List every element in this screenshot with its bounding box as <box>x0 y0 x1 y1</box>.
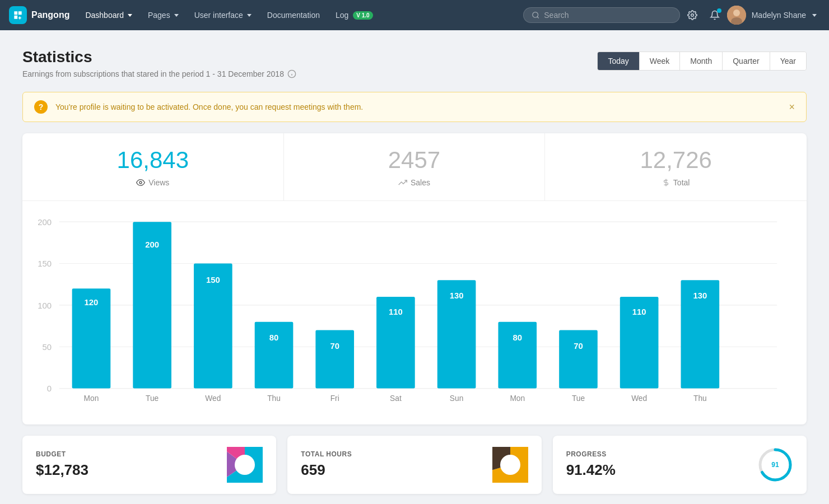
hours-pie-chart <box>492 447 528 483</box>
stats-card: 16,843 Views 2457 Sales 12,726 Total <box>22 133 807 424</box>
svg-point-46 <box>235 455 255 475</box>
svg-point-49 <box>500 455 520 475</box>
avatar-image <box>727 6 746 25</box>
eye-icon <box>136 178 145 187</box>
progress-card: PROGRESS 91.42% 91 <box>553 436 807 494</box>
total-hours-value: 659 <box>301 461 352 479</box>
dollar-icon <box>662 179 670 186</box>
search-icon <box>532 11 540 20</box>
svg-text:Mon: Mon <box>510 394 525 403</box>
svg-text:130: 130 <box>450 291 464 300</box>
nav-pages[interactable]: Pages <box>141 7 185 23</box>
svg-line-1 <box>537 17 539 18</box>
search-bar[interactable] <box>523 7 680 23</box>
budget-label: BUDGET <box>36 450 89 458</box>
user-name: Madelyn Shane <box>752 11 806 20</box>
svg-text:200: 200 <box>38 218 52 227</box>
notification-dot <box>717 8 721 13</box>
navbar: Pangong Dashboard Pages User interface D… <box>0 0 829 30</box>
nav-dashboard[interactable]: Dashboard <box>78 7 139 23</box>
period-tabs: Today Week Month Quarter Year <box>597 52 807 71</box>
gear-icon <box>687 10 697 20</box>
nav-log[interactable]: Log V 1.0 <box>329 7 380 23</box>
logo-icon <box>9 6 27 24</box>
svg-text:150: 150 <box>206 276 220 284</box>
budget-value: $12,783 <box>36 461 89 479</box>
chevron-down-icon <box>812 14 817 17</box>
svg-text:80: 80 <box>269 333 279 342</box>
svg-point-4 <box>733 10 740 16</box>
views-value: 16,843 <box>36 147 270 174</box>
tab-year[interactable]: Year <box>770 52 806 70</box>
info-icon <box>287 69 296 78</box>
progress-ring-number: 91 <box>771 461 779 469</box>
alert-icon: ? <box>34 100 48 114</box>
page-header-left: Statistics Earnings from subscriptions t… <box>22 48 296 78</box>
chevron-down-icon <box>174 14 179 17</box>
svg-text:Sat: Sat <box>390 394 402 403</box>
svg-text:70: 70 <box>574 342 583 351</box>
svg-text:70: 70 <box>330 342 339 351</box>
bar-thu-1 <box>255 322 294 389</box>
svg-text:130: 130 <box>693 291 707 300</box>
bar-tue-2 <box>559 330 598 389</box>
svg-text:80: 80 <box>513 333 523 342</box>
tab-month[interactable]: Month <box>680 52 723 70</box>
svg-text:Tue: Tue <box>146 394 159 403</box>
svg-text:Tue: Tue <box>572 394 585 403</box>
chevron-down-icon <box>128 14 132 17</box>
nav-documentation[interactable]: Documentation <box>260 7 327 23</box>
bottom-cards: BUDGET $12,783 TOTAL HOURS 659 <box>22 436 807 494</box>
tab-quarter[interactable]: Quarter <box>723 52 770 70</box>
total-stat: 12,726 Total <box>545 133 807 200</box>
svg-text:0: 0 <box>47 384 52 393</box>
progress-label: PROGRESS <box>566 450 616 458</box>
svg-text:Thu: Thu <box>267 394 281 403</box>
tab-week[interactable]: Week <box>640 52 681 70</box>
views-label: Views <box>36 178 270 187</box>
trending-up-icon <box>398 178 407 187</box>
svg-text:Wed: Wed <box>631 394 647 403</box>
sales-stat: 2457 Sales <box>284 133 546 200</box>
tab-today[interactable]: Today <box>598 52 639 70</box>
svg-text:110: 110 <box>389 307 403 316</box>
svg-text:100: 100 <box>38 301 52 310</box>
nav-user-interface[interactable]: User interface <box>188 7 258 23</box>
svg-text:200: 200 <box>145 240 159 249</box>
page-title: Statistics <box>22 48 296 66</box>
svg-text:Sun: Sun <box>450 394 463 403</box>
alert-close-button[interactable]: × <box>789 101 795 113</box>
chevron-down-icon <box>247 14 252 17</box>
svg-point-0 <box>533 12 538 18</box>
page-subtitle: Earnings from subscriptions that stared … <box>22 69 296 78</box>
page-header: Statistics Earnings from subscriptions t… <box>22 48 807 78</box>
settings-button[interactable] <box>682 5 702 25</box>
svg-text:50: 50 <box>43 343 52 352</box>
search-input[interactable] <box>544 11 671 20</box>
svg-point-9 <box>139 181 142 184</box>
svg-text:Fri: Fri <box>330 394 339 403</box>
bar-fri-1 <box>315 330 354 389</box>
svg-text:Mon: Mon <box>84 394 99 403</box>
total-hours-label: TOTAL HOURS <box>301 450 352 458</box>
total-hours-card: TOTAL HOURS 659 <box>287 436 541 494</box>
main-content: Statistics Earnings from subscriptions t… <box>0 30 829 504</box>
alert-text: You're profile is waiting to be activate… <box>55 102 781 111</box>
chart-container: 0 50 100 150 200 120 Mon 200 Tue <box>22 201 807 424</box>
version-badge: V 1.0 <box>353 11 372 20</box>
stats-top: 16,843 Views 2457 Sales 12,726 Total <box>22 133 807 201</box>
total-label: Total <box>558 178 793 187</box>
total-value: 12,726 <box>558 147 793 174</box>
bar-chart: 0 50 100 150 200 120 Mon 200 Tue <box>34 212 790 411</box>
svg-text:Thu: Thu <box>693 394 707 403</box>
progress-value: 91.42% <box>566 461 616 479</box>
logo[interactable]: Pangong <box>9 6 69 24</box>
svg-text:120: 120 <box>85 298 99 307</box>
progress-ring: 91 <box>757 447 793 483</box>
user-menu[interactable]: Madelyn Shane <box>748 11 820 20</box>
svg-point-2 <box>691 14 693 17</box>
logo-text: Pangong <box>31 10 69 20</box>
avatar[interactable] <box>727 6 746 25</box>
notifications-button[interactable] <box>705 5 725 25</box>
svg-text:Wed: Wed <box>205 394 221 403</box>
